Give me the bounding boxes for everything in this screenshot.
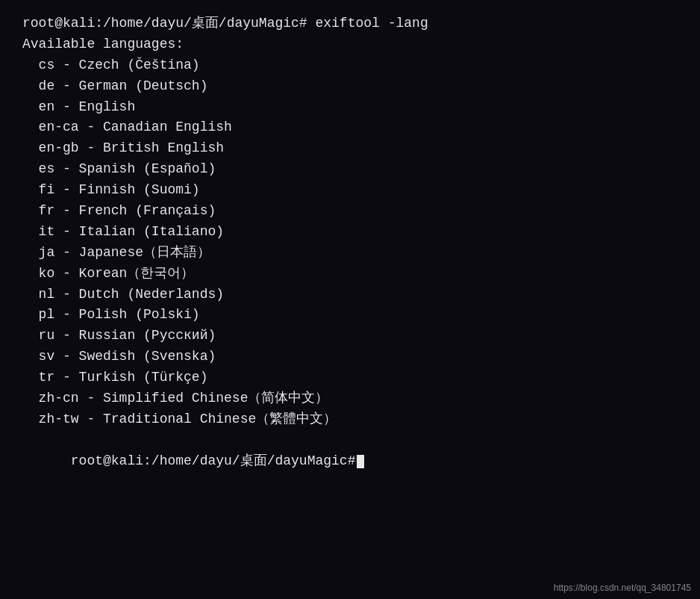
- lang-sv: sv - Swedish (Svenska): [22, 347, 678, 367]
- lang-cs: cs - Czech (Čeština): [22, 55, 678, 76]
- lang-ru: ru - Russian (Русский): [22, 326, 678, 347]
- header-line: Available languages:: [22, 34, 678, 55]
- lang-fi: fi - Finnish (Suomi): [22, 180, 678, 201]
- terminal-body[interactable]: root@kali:/home/dayu/桌面/dayuMagic# exift…: [0, 0, 700, 599]
- cursor: [357, 455, 364, 468]
- prompt-line: root@kali:/home/dayu/桌面/dayuMagic#: [22, 430, 678, 493]
- lang-de: de - German (Deutsch): [22, 76, 678, 97]
- lang-pl: pl - Polish (Polski): [22, 305, 678, 326]
- prompt-text: root@kali:/home/dayu/桌面/dayuMagic#: [71, 453, 356, 468]
- lang-en-gb: en-gb - British English: [22, 138, 678, 159]
- lang-ko: ko - Korean（한국어）: [22, 264, 678, 285]
- lang-nl: nl - Dutch (Nederlands): [22, 285, 678, 305]
- lang-es: es - Spanish (Español): [22, 159, 678, 180]
- lang-tr: tr - Turkish (Türkçe): [22, 367, 678, 388]
- lang-fr: fr - French (Français): [22, 201, 678, 222]
- command-line: root@kali:/home/dayu/桌面/dayuMagic# exift…: [22, 13, 678, 34]
- lang-it: it - Italian (Italiano): [22, 222, 678, 243]
- lang-en: en - English: [22, 97, 678, 118]
- terminal-window: root@kali:/home/dayu/桌面/dayuMagic# exift…: [0, 0, 700, 599]
- lang-en-ca: en-ca - Canadian English: [22, 117, 678, 138]
- watermark: https://blog.csdn.net/qq_34801745: [554, 583, 691, 593]
- lang-ja: ja - Japanese（日本語）: [22, 243, 678, 264]
- lang-zh-cn: zh-cn - Simplified Chinese（简体中文）: [22, 388, 678, 409]
- lang-zh-tw: zh-tw - Traditional Chinese（繁體中文）: [22, 409, 678, 430]
